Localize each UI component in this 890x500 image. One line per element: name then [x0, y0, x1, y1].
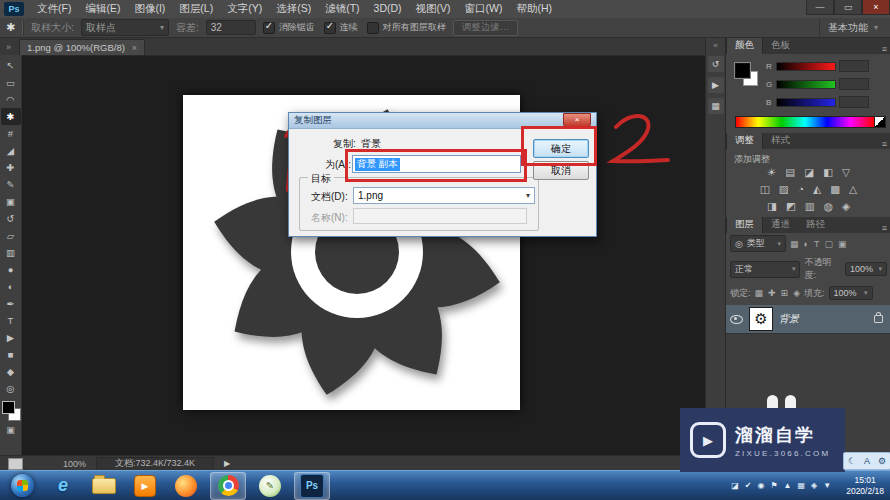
menu-item[interactable]: 窗口(W) — [458, 0, 510, 18]
visibility-eye-icon[interactable] — [730, 315, 743, 324]
brush-tool-icon[interactable]: ✎ — [1, 176, 21, 193]
panel-collapse-icon[interactable]: « — [713, 41, 717, 50]
exposure-icon[interactable]: ◧ — [823, 166, 833, 178]
zoom-level-field[interactable]: 100% — [63, 459, 86, 469]
black-white-icon[interactable]: ◔ — [798, 183, 804, 195]
gear-icon[interactable]: ⚙ — [878, 456, 886, 466]
foreground-color-swatch[interactable] — [2, 401, 15, 414]
levels-icon[interactable]: ▤ — [785, 166, 795, 178]
color-lookup-icon[interactable]: △ — [849, 183, 857, 195]
refine-edge-button[interactable]: 调整边缘… — [453, 20, 519, 36]
tab-paths[interactable]: 路径 — [798, 216, 833, 233]
minimize-button[interactable]: — — [806, 0, 834, 15]
filter-adjustment-icon[interactable]: ◐ — [804, 239, 809, 249]
panel-menu-icon[interactable]: ≡ — [882, 223, 887, 233]
spectrum-bw-swatch[interactable] — [874, 116, 886, 128]
pen-tool-icon[interactable]: ✒ — [1, 295, 21, 312]
magic-wand-tool-icon[interactable]: ✱ — [1, 108, 21, 125]
menu-item[interactable]: 编辑(E) — [78, 0, 127, 18]
contiguous-checkbox[interactable]: 连续 — [324, 21, 358, 34]
photo-filter-icon[interactable]: ◭ — [813, 183, 821, 195]
workspace-switcher[interactable]: 基本功能 ▾ — [819, 19, 886, 37]
filter-smartobject-icon[interactable]: ▣ — [838, 239, 847, 249]
marquee-tool-icon[interactable]: ▭ — [1, 74, 21, 91]
lock-paint-icon[interactable]: ✚ — [768, 288, 776, 298]
properties-panel-icon[interactable]: ▦ — [708, 98, 724, 114]
close-button[interactable]: × — [862, 0, 890, 15]
moon-icon[interactable]: ☾ — [848, 456, 856, 466]
healing-brush-tool-icon[interactable]: ✚ — [1, 159, 21, 176]
tab-styles[interactable]: 样式 — [763, 132, 798, 149]
eraser-tool-icon[interactable]: ▱ — [1, 227, 21, 244]
tab-channels[interactable]: 通道 — [763, 216, 798, 233]
move-tool-icon[interactable]: ↖ — [1, 57, 21, 74]
tray-icon[interactable]: ▦ — [798, 481, 806, 490]
hue-saturation-icon[interactable]: ◫ — [760, 183, 770, 195]
foreground-color-swatch[interactable] — [735, 63, 750, 78]
hand-tool-icon[interactable]: ◆ — [1, 363, 21, 380]
taskbar-photoshop[interactable]: Ps — [294, 472, 330, 500]
green-value-field[interactable] — [839, 78, 869, 90]
tab-close-icon[interactable]: × — [132, 43, 137, 53]
filter-type-icon[interactable]: T — [814, 239, 820, 249]
panel-menu-icon[interactable]: ≡ — [882, 44, 887, 54]
tolerance-input[interactable]: 32 — [206, 20, 256, 35]
anti-alias-checkbox[interactable]: 消除锯齿 — [263, 21, 315, 34]
blend-mode-dropdown[interactable]: 正常▾ — [730, 261, 800, 278]
taskbar-ie[interactable]: e — [46, 473, 80, 499]
start-button[interactable] — [5, 473, 39, 499]
quick-mask-icon[interactable]: ▣ — [6, 425, 15, 435]
channel-mixer-icon[interactable]: ▩ — [830, 183, 840, 195]
tray-icon[interactable]: ▲ — [784, 481, 792, 490]
menu-item[interactable]: 3D(D) — [367, 0, 409, 18]
type-tool-icon[interactable]: T — [1, 312, 21, 329]
lasso-tool-icon[interactable]: ◠ — [1, 91, 21, 108]
tray-icon[interactable]: ◉ — [757, 481, 764, 490]
red-slider[interactable] — [776, 62, 836, 71]
cancel-button[interactable]: 取消 — [533, 161, 589, 180]
lock-position-icon[interactable]: ⊞ — [781, 288, 789, 298]
gradient-tool-icon[interactable]: ▥ — [1, 244, 21, 261]
ok-button[interactable]: 确定 — [533, 139, 589, 158]
document-tab[interactable]: 1.png @ 100%(RGB/8) × — [19, 39, 145, 55]
actions-panel-icon[interactable]: ▶ — [708, 77, 724, 93]
document-dropdown[interactable]: 1.png ▾ — [353, 187, 535, 204]
clone-stamp-tool-icon[interactable]: ▣ — [1, 193, 21, 210]
vibrance-icon[interactable]: ▽ — [842, 166, 850, 178]
tray-icon[interactable]: ⚑ — [770, 481, 777, 490]
color-balance-icon[interactable]: ▨ — [779, 183, 789, 195]
color-spectrum-bar[interactable] — [735, 116, 875, 128]
tab-adjustments[interactable]: 调整 — [726, 131, 763, 149]
crop-tool-icon[interactable]: # — [1, 125, 21, 142]
layer-name-input[interactable]: 背景 副本 — [352, 155, 521, 173]
lock-all-icon[interactable]: ◈ — [793, 288, 800, 298]
language-icon[interactable]: A — [864, 456, 870, 466]
blue-slider[interactable] — [776, 98, 836, 107]
eyedropper-tool-icon[interactable]: ◢ — [1, 142, 21, 159]
posterize-icon[interactable]: ◩ — [786, 200, 796, 212]
menu-item[interactable]: 图层(L) — [172, 0, 220, 18]
taskbar-chrome[interactable] — [210, 472, 246, 500]
tray-icon[interactable]: ◪ — [731, 481, 739, 490]
dialog-title-bar[interactable]: 复制图层 × — [289, 113, 596, 129]
tray-icon[interactable]: ▼ — [823, 481, 831, 490]
sample-size-dropdown[interactable]: 取样点▾ — [81, 19, 169, 36]
selective-color-icon[interactable]: ◈ — [842, 200, 850, 212]
menu-item[interactable]: 文字(Y) — [220, 0, 269, 18]
tab-layers[interactable]: 图层 — [726, 215, 763, 233]
layer-filter-dropdown[interactable]: ◎ 类型 ▾ — [730, 235, 786, 252]
dialog-close-button[interactable]: × — [563, 113, 591, 127]
tray-icon[interactable]: ◈ — [811, 481, 817, 490]
shape-tool-icon[interactable]: ■ — [1, 346, 21, 363]
taskbar-explorer[interactable] — [87, 473, 121, 499]
history-brush-tool-icon[interactable]: ↺ — [1, 210, 21, 227]
fg-bg-swatches[interactable] — [735, 63, 759, 87]
path-select-tool-icon[interactable]: ▶ — [1, 329, 21, 346]
brightness-contrast-icon[interactable]: ☀ — [767, 166, 776, 178]
panel-menu-icon[interactable]: ≡ — [882, 139, 887, 149]
fill-field[interactable]: 100%▾ — [829, 286, 873, 300]
toolbar-collapse-icon[interactable]: » — [6, 42, 11, 52]
menu-item[interactable]: 视图(V) — [409, 0, 458, 18]
status-menu-arrow-icon[interactable]: ▶ — [224, 459, 230, 468]
filter-pixel-icon[interactable]: ▦ — [790, 239, 799, 249]
